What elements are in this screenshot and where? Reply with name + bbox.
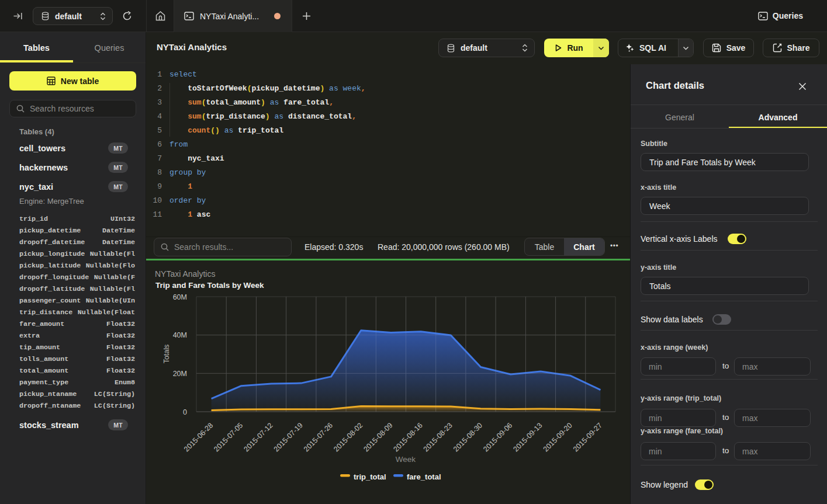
svg-text:2015-08-30: 2015-08-30 (452, 421, 484, 453)
svg-text:2015-08-16: 2015-08-16 (392, 421, 424, 453)
svg-text:fare_total: fare_total (407, 472, 441, 481)
svg-text:2015-09-13: 2015-09-13 (512, 421, 544, 453)
svg-text:2015-07-12: 2015-07-12 (243, 421, 275, 453)
svg-text:2015-09-06: 2015-09-06 (482, 421, 514, 453)
svg-text:2015-08-09: 2015-08-09 (362, 421, 394, 453)
svg-text:20M: 20M (173, 370, 187, 378)
svg-text:2015-08-02: 2015-08-02 (332, 421, 364, 453)
svg-text:Totals: Totals (162, 345, 171, 364)
svg-text:Trip and Fare Totals by Week: Trip and Fare Totals by Week (155, 281, 264, 290)
svg-text:2015-09-20: 2015-09-20 (542, 421, 574, 453)
svg-text:trip_total: trip_total (354, 472, 386, 481)
svg-text:2015-07-26: 2015-07-26 (302, 421, 334, 453)
svg-text:40M: 40M (173, 331, 187, 339)
svg-text:2015-09-27: 2015-09-27 (572, 421, 604, 453)
svg-text:NYTaxi Analytics: NYTaxi Analytics (155, 269, 215, 279)
svg-text:2015-07-19: 2015-07-19 (272, 421, 304, 453)
svg-text:2015-06-28: 2015-06-28 (182, 421, 214, 453)
svg-text:2015-08-23: 2015-08-23 (422, 421, 454, 453)
svg-text:Week: Week (396, 455, 416, 464)
svg-text:0: 0 (183, 408, 187, 416)
svg-text:60M: 60M (173, 293, 187, 301)
svg-text:2015-07-05: 2015-07-05 (212, 421, 244, 453)
